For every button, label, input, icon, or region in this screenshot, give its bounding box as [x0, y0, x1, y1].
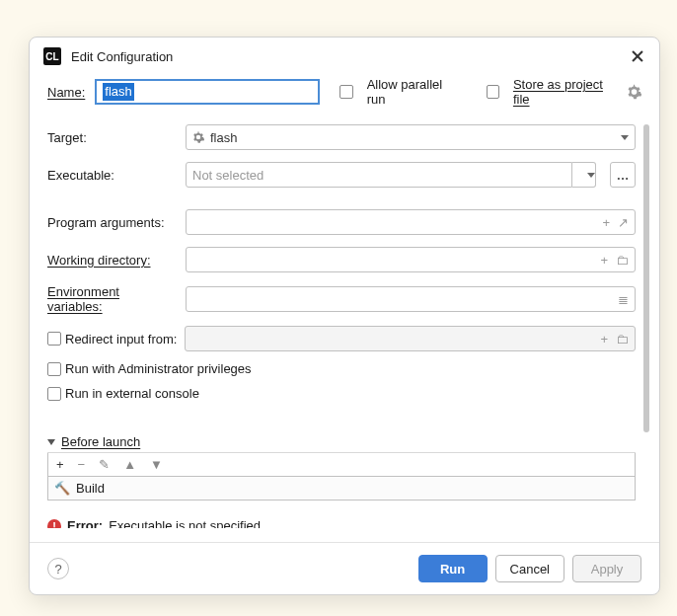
admin-label: Run with Administrator privileges: [65, 361, 252, 376]
executable-row: Executable: Not selected …: [47, 162, 636, 188]
dialog-footer: ? Run Cancel Apply: [30, 542, 659, 594]
chevron-down-icon: [47, 439, 55, 445]
error-row: ! Error: Executable is not specified: [47, 518, 636, 528]
redirect-input-checkbox[interactable]: [47, 332, 61, 346]
redirect-input-row: Redirect input from: + 🗀: [47, 326, 636, 351]
before-launch-header[interactable]: Before launch: [47, 434, 636, 453]
external-console-row: Run in external console: [47, 386, 636, 401]
expand-icon[interactable]: ↗: [618, 215, 629, 230]
external-console-label: Run in external console: [65, 386, 199, 401]
admin-checkbox[interactable]: [47, 362, 61, 376]
working-dir-label: Working directory:: [47, 253, 178, 268]
program-args-row: Program arguments: + ↗: [47, 209, 636, 235]
executable-dropdown-button[interactable]: [572, 162, 596, 188]
executable-placeholder: Not selected: [192, 168, 263, 183]
env-vars-label: Environment variables:: [47, 284, 178, 314]
dialog-title: Edit Configuration: [71, 49, 620, 64]
external-console-checkbox[interactable]: [47, 387, 61, 401]
gear-icon[interactable]: [627, 84, 641, 100]
chevron-down-icon: [621, 135, 629, 140]
allow-parallel-label: Allow parallel run: [367, 77, 459, 107]
env-vars-input[interactable]: ≣: [186, 286, 636, 312]
executable-select[interactable]: Not selected: [186, 162, 572, 188]
hammer-icon: 🔨: [54, 481, 70, 496]
help-button[interactable]: ?: [47, 558, 69, 579]
before-launch-item[interactable]: 🔨 Build: [47, 477, 636, 500]
title-bar: CL Edit Configuration: [30, 38, 659, 73]
name-field-wrap: flash: [95, 79, 320, 105]
move-up-button: ▲: [123, 457, 136, 472]
chevron-down-icon: [587, 173, 595, 178]
store-project-checkbox[interactable]: [487, 85, 499, 99]
target-row: Target: flash: [47, 124, 636, 150]
before-launch-toolbar: + − ✎ ▲ ▼: [47, 453, 636, 477]
cancel-button[interactable]: Cancel: [495, 555, 564, 582]
executable-combo: Not selected: [186, 162, 596, 188]
name-input[interactable]: [95, 79, 320, 105]
plus-icon[interactable]: +: [600, 253, 608, 268]
folder-icon[interactable]: 🗀: [616, 253, 629, 268]
top-row: Name: flash Allow parallel run Store as …: [47, 77, 641, 107]
admin-row: Run with Administrator privileges: [47, 361, 636, 376]
dialog-body: Name: flash Allow parallel run Store as …: [30, 73, 659, 528]
redirect-input-field: + 🗀: [185, 326, 636, 351]
working-dir-row: Working directory: + 🗀: [47, 247, 636, 272]
scrollbar[interactable]: [643, 124, 649, 432]
error-label: Error:: [67, 518, 103, 528]
apply-button: Apply: [572, 555, 641, 582]
redirect-input-label: Redirect input from:: [65, 332, 177, 346]
form-scroll-area: Target: flash Executable: Not selected: [47, 124, 641, 528]
run-button[interactable]: Run: [418, 555, 488, 582]
add-task-button[interactable]: +: [56, 457, 64, 472]
move-down-button: ▼: [150, 457, 163, 472]
error-message: Executable is not specified: [109, 518, 261, 528]
target-label: Target:: [47, 130, 178, 145]
target-value: flash: [210, 130, 237, 145]
before-launch-title: Before launch: [61, 434, 140, 449]
browse-executable-button[interactable]: …: [610, 162, 636, 188]
gear-icon: [192, 131, 204, 143]
list-icon[interactable]: ≣: [618, 292, 629, 307]
before-launch-item-label: Build: [76, 481, 105, 496]
name-label: Name:: [47, 85, 85, 100]
program-args-input[interactable]: + ↗: [186, 209, 636, 235]
target-select[interactable]: flash: [186, 124, 636, 150]
allow-parallel-checkbox[interactable]: [339, 85, 352, 99]
app-icon: CL: [43, 47, 61, 65]
error-icon: !: [47, 519, 61, 529]
working-dir-input[interactable]: + 🗀: [186, 247, 636, 272]
executable-label: Executable:: [47, 168, 178, 183]
close-icon[interactable]: [630, 48, 645, 64]
plus-icon[interactable]: +: [602, 215, 610, 230]
folder-icon: 🗀: [616, 332, 629, 346]
store-project-label: Store as project file: [513, 77, 617, 107]
edit-configuration-dialog: CL Edit Configuration Name: flash Allow …: [29, 37, 660, 595]
edit-task-button: ✎: [99, 457, 110, 472]
remove-task-button: −: [78, 457, 86, 472]
env-vars-row: Environment variables: ≣: [47, 284, 636, 314]
program-args-label: Program arguments:: [47, 215, 178, 230]
plus-icon: +: [600, 332, 608, 346]
